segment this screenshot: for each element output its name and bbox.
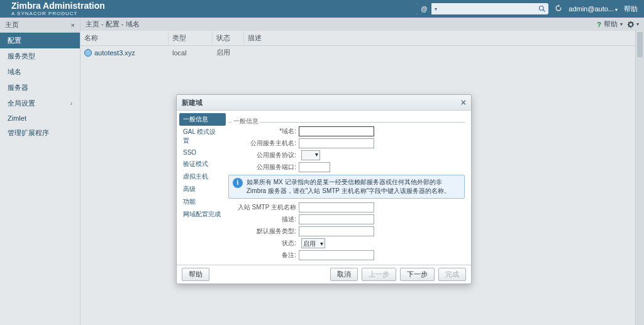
label-note: 备注: bbox=[228, 251, 299, 260]
public-proto-select[interactable] bbox=[301, 150, 320, 160]
dlg-nav-finish[interactable]: 网域配置完成 bbox=[179, 208, 226, 221]
search-input[interactable] bbox=[440, 3, 536, 14]
nav-tab-close-icon[interactable]: × bbox=[71, 21, 75, 29]
info-icon: i bbox=[233, 178, 243, 188]
sidebar-item-admin-extensions[interactable]: 管理扩展程序 bbox=[0, 125, 80, 141]
breadcrumb: 主页 - 配置 - 域名 bbox=[86, 19, 140, 29]
label-public-host: 公用服务主机名: bbox=[228, 139, 299, 148]
dlg-nav-auth[interactable]: 验证模式 bbox=[179, 158, 226, 170]
description-input[interactable] bbox=[299, 214, 374, 224]
label-description: 描述: bbox=[228, 215, 299, 224]
chevron-down-icon[interactable]: ▾ bbox=[636, 21, 639, 27]
label-default-cos: 默认服务类型: bbox=[228, 227, 299, 236]
chevron-down-icon: ▾ bbox=[615, 7, 618, 13]
search-button[interactable] bbox=[536, 5, 548, 13]
cell-status: 启用 bbox=[216, 48, 248, 57]
dialog-nav: 一般信息 GAL 模式设置 SSO 验证模式 虚拟主机 高级 功能 网域配置完成 bbox=[177, 111, 226, 265]
col-desc[interactable]: 描述 bbox=[244, 31, 644, 45]
refresh-icon[interactable] bbox=[555, 4, 562, 13]
prev-button[interactable]: 上一步 bbox=[362, 268, 396, 281]
sidebar-item-domains[interactable]: 域名 bbox=[0, 64, 80, 80]
label-inbound-smtp: 入站 SMTP 主机名称 bbox=[228, 203, 299, 212]
dialog-footer: 帮助 取消 上一步 下一步 完成 bbox=[177, 265, 471, 284]
left-nav: 主页 × 配置 服务类型 域名 服务器 全局设置 › Zimlet 管理扩展程序 bbox=[0, 18, 80, 325]
cell-type: local bbox=[172, 49, 216, 57]
cell-name: autotest3.xyz bbox=[94, 49, 135, 57]
chevron-down-icon: ▾ bbox=[620, 21, 623, 27]
cancel-button[interactable]: 取消 bbox=[330, 268, 358, 281]
label-domain-name: 域名: bbox=[282, 128, 296, 135]
dlg-nav-advanced[interactable]: 高级 bbox=[179, 183, 226, 196]
col-status[interactable]: 状态 bbox=[213, 31, 244, 45]
vertical-scrollbar[interactable] bbox=[635, 31, 644, 325]
gear-icon[interactable] bbox=[626, 20, 635, 29]
sidebar-item-config[interactable]: 配置 bbox=[0, 33, 80, 48]
brand-title: Zimbra Administration bbox=[11, 1, 105, 10]
svg-line-1 bbox=[543, 10, 545, 12]
label-public-port: 公用服务端口: bbox=[228, 163, 299, 172]
default-cos-input[interactable] bbox=[299, 226, 374, 236]
dialog-form: 一般信息 *域名: 公用服务主机名: 公用服务协议: 公用服务端口: i 如果所… bbox=[226, 111, 471, 265]
dlg-nav-general[interactable]: 一般信息 bbox=[179, 113, 226, 126]
sidebar-item-label: 全局设置 bbox=[8, 99, 35, 108]
dialog-help-button[interactable]: 帮助 bbox=[182, 268, 209, 281]
dlg-nav-gal[interactable]: GAL 模式设置 bbox=[179, 126, 226, 147]
public-port-input[interactable] bbox=[299, 162, 330, 172]
top-header: Zimbra Administration A SYNACOR PRODUCT … bbox=[0, 0, 644, 18]
col-type[interactable]: 类型 bbox=[169, 31, 213, 45]
dialog-title: 新建域 bbox=[182, 98, 203, 107]
label-public-proto: 公用服务协议: bbox=[228, 151, 299, 160]
chevron-right-icon: › bbox=[70, 100, 72, 107]
next-button[interactable]: 下一步 bbox=[400, 268, 435, 281]
fieldset-general-label: 一般信息 bbox=[232, 117, 260, 126]
domain-name-input[interactable] bbox=[299, 126, 374, 136]
finish-button[interactable]: 完成 bbox=[438, 268, 466, 281]
breadcrumb-bar: 主页 - 配置 - 域名 ? 帮助 ▾ ▾ bbox=[80, 18, 644, 31]
svg-point-0 bbox=[540, 6, 544, 11]
sidebar-item-global-settings[interactable]: 全局设置 › bbox=[0, 96, 80, 111]
dlg-nav-vhost[interactable]: 虚拟主机 bbox=[179, 170, 226, 183]
nav-tab-title[interactable]: 主页 bbox=[5, 20, 19, 30]
info-text: 如果所有 MX 记录指向的是某一经受信赖邮服务器或任何其他外部的非 Zimbra… bbox=[247, 178, 460, 196]
brand-subtitle: A SYNACOR PRODUCT bbox=[11, 11, 105, 16]
new-domain-dialog: 新建域 × 一般信息 GAL 模式设置 SSO 验证模式 虚拟主机 高级 功能 … bbox=[176, 94, 472, 284]
table-header: 名称 类型 状态 描述 bbox=[80, 31, 644, 46]
dialog-close-icon[interactable]: × bbox=[461, 97, 466, 107]
status-select[interactable]: 启用 bbox=[301, 238, 325, 248]
search-category[interactable]: @ bbox=[416, 3, 431, 14]
dlg-nav-features[interactable]: 功能 bbox=[179, 196, 226, 208]
search-pill: @ ▾ bbox=[416, 3, 548, 14]
dialog-titlebar[interactable]: 新建域 × bbox=[177, 95, 471, 111]
header-help-link[interactable]: 帮助 bbox=[624, 4, 638, 14]
brand: Zimbra Administration A SYNACOR PRODUCT bbox=[11, 1, 105, 16]
sidebar-item-class-of-service[interactable]: 服务类型 bbox=[0, 48, 80, 64]
toolbar-help[interactable]: ? 帮助 ▾ bbox=[597, 19, 623, 29]
scrollbar-thumb[interactable] bbox=[637, 32, 643, 57]
note-input[interactable] bbox=[299, 250, 374, 260]
info-box: i 如果所有 MX 记录指向的是某一经受信赖邮服务器或任何其他外部的非 Zimb… bbox=[228, 175, 465, 199]
globe-icon bbox=[84, 49, 92, 57]
nav-tab-header: 主页 × bbox=[0, 18, 80, 33]
table-row[interactable]: autotest3.xyz local 启用 bbox=[80, 46, 644, 59]
sidebar-item-servers[interactable]: 服务器 bbox=[0, 80, 80, 96]
col-name[interactable]: 名称 bbox=[80, 31, 169, 45]
help-icon: ? bbox=[597, 21, 601, 28]
dlg-nav-sso[interactable]: SSO bbox=[179, 147, 226, 158]
inbound-smtp-input[interactable] bbox=[299, 202, 374, 212]
sidebar-item-zimlet[interactable]: Zimlet bbox=[0, 111, 80, 125]
public-host-input[interactable] bbox=[299, 138, 374, 148]
search-category-dropdown[interactable]: ▾ bbox=[431, 6, 440, 12]
user-menu[interactable]: admin@auto...▾ bbox=[569, 5, 618, 13]
label-status: 状态: bbox=[228, 239, 299, 248]
